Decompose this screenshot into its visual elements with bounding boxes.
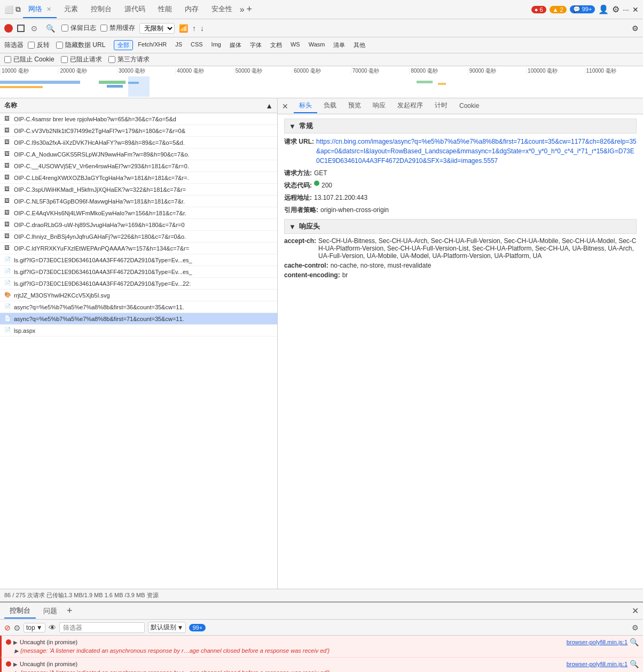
file-icon: 🖼 <box>4 139 12 146</box>
profile-icon[interactable]: 👤 <box>598 4 609 14</box>
request-item[interactable]: 🖼 OIP-C.vV3Vb2NIk1tC97I499e2TgHaFl?w=179… <box>0 125 277 137</box>
scroll-up-icon[interactable]: ▲ <box>265 101 273 110</box>
file-icon: 🖼 <box>4 115 12 123</box>
expand-error-2[interactable]: ▶ <box>13 661 18 667</box>
close-devtools-button[interactable]: ✕ <box>632 5 639 14</box>
request-item[interactable]: 🖼 OIP-C.E4AqVKHs6Nj4LWFmMkoEywHalo?w=156… <box>0 207 277 219</box>
tab-preview[interactable]: 预览 <box>343 99 366 113</box>
request-list[interactable]: 🖼 OIP-C.4samsr brer leve rpjoIwHabo?w=65… <box>0 113 277 589</box>
request-item[interactable]: 🖼 OIP-C.__4USOWVj5EV_Vr6en4rswHaEl?w=293… <box>0 160 277 172</box>
request-item[interactable]: 🖼 OIP-C.3spUWiHKMadI_H5kfmJjXQHaEK?w=322… <box>0 184 277 196</box>
type-btn-wasm[interactable]: Wasm <box>305 40 329 50</box>
type-btn-css[interactable]: CSS <box>187 40 207 50</box>
type-btn-js[interactable]: JS <box>171 40 186 50</box>
add-tab-button[interactable]: + <box>247 4 253 15</box>
search-error-1[interactable]: 🔍 <box>630 638 639 646</box>
add-console-tab[interactable]: + <box>65 605 75 616</box>
blocked-request-checkbox[interactable]: 已阻止请求 <box>61 55 102 64</box>
type-btn-manifest[interactable]: 清单 <box>330 40 349 50</box>
warning-badge: ▲ 2 <box>550 6 567 13</box>
tab-cookie[interactable]: Cookie <box>454 100 484 113</box>
request-item[interactable]: 📄 ls.gif?IG=D73E0C1E9D634610A4A3FF4672DA… <box>0 266 277 278</box>
clear-icon[interactable]: ⊙ <box>14 623 20 632</box>
network-settings-icon[interactable]: ⚙ <box>632 24 639 33</box>
file-icon: 📄 <box>4 303 12 311</box>
request-item-selected[interactable]: 📄 async?q=%e5%b7%a5%e7%a8%8b&first=71&co… <box>0 313 277 325</box>
type-btn-ws[interactable]: WS <box>287 40 304 50</box>
request-item[interactable]: 🖼 OIP-C.4samsr brer leve rpjoIwHabo?w=65… <box>0 113 277 125</box>
request-item[interactable]: 🖼 OIP-C.A_NoduwCGKS5RSLpWJN9wwHaFm?w=89&… <box>0 149 277 160</box>
tab-payload[interactable]: 负载 <box>318 99 342 113</box>
general-section-header[interactable]: ▼ 常规 <box>284 119 637 134</box>
hide-data-urls-checkbox[interactable]: 隐藏数据 URL <box>56 41 105 50</box>
more-tabs-icon[interactable]: » <box>240 5 245 14</box>
file-icon: 📄 <box>4 280 12 287</box>
request-item[interactable]: 📄 ls.gif?IG=D73E0C1E9D634610A4A3FF4672DA… <box>0 254 277 266</box>
responsive-icon[interactable]: ⧉ <box>15 5 21 14</box>
tab-performance[interactable]: 性能 <box>153 1 177 18</box>
disable-cache-checkbox[interactable]: 禁用缓存 <box>100 24 135 33</box>
request-item[interactable]: 🖼 OIP-C.NL5F3p6T4GpBO96f-MavwgHaHa?w=181… <box>0 196 277 207</box>
type-btn-img[interactable]: Img <box>208 40 225 50</box>
response-section-header[interactable]: ▼ 响应头 <box>284 219 637 234</box>
request-item[interactable]: 🖼 OIP-C.l9s30a2fxA-iiXzDVK7HcAHaFY?w=89&… <box>0 137 277 149</box>
upload-icon[interactable]: ↑ <box>192 24 196 33</box>
console-tab-issues[interactable]: 问题 <box>38 604 62 618</box>
tab-headers[interactable]: 标头 <box>294 99 317 113</box>
expand-error-1[interactable]: ▶ <box>13 639 18 645</box>
reverse-checkbox[interactable]: 反转 <box>28 41 50 50</box>
type-btn-doc[interactable]: 文档 <box>266 40 286 50</box>
expand-detail-2[interactable]: ▶ <box>14 670 19 672</box>
console-filter-input[interactable] <box>59 622 145 633</box>
download-icon[interactable]: ↓ <box>200 24 204 33</box>
close-tab-network[interactable]: ✕ <box>46 6 51 12</box>
request-item[interactable]: 📄 lsp.aspx <box>0 325 277 337</box>
more-options-icon[interactable]: ··· <box>623 5 629 14</box>
type-btn-all[interactable]: 全部 <box>114 40 133 50</box>
filter-icon[interactable]: ⊙ <box>29 23 40 34</box>
record-button[interactable] <box>4 24 13 33</box>
request-item[interactable]: 📄 async?q=%e5%b7%a5%e7%a8%8b&first=36&co… <box>0 301 277 313</box>
close-console-button[interactable]: ✕ <box>632 606 639 616</box>
tab-elements[interactable]: 元素 <box>59 1 83 18</box>
tab-initiator[interactable]: 发起程序 <box>392 99 428 113</box>
blocked-cookie-checkbox[interactable]: 已阻止 Cookie <box>4 55 54 64</box>
tab-network[interactable]: 网络 ✕ <box>23 1 57 18</box>
error-dot-2 <box>6 661 11 667</box>
tab-memory[interactable]: 内存 <box>179 1 204 18</box>
online-icon[interactable]: 📶 <box>179 24 188 33</box>
console-settings-icon[interactable]: ⚙ <box>632 623 639 632</box>
stop-icon[interactable]: ⊘ <box>4 623 11 632</box>
search-icon[interactable]: 🔍 <box>44 23 57 34</box>
throttle-select[interactable]: 无限制 <box>139 23 175 34</box>
eye-icon[interactable]: 👁 <box>49 623 56 632</box>
preserve-log-checkbox[interactable]: 保留日志 <box>61 24 96 33</box>
type-btn-other[interactable]: 其他 <box>350 40 369 50</box>
settings-icon[interactable]: ⚙ <box>612 4 620 14</box>
request-item[interactable]: 🖼 OIP-C.draoRLbG9-uW-hj89SJvugHaHa?w=169… <box>0 219 277 231</box>
request-item[interactable]: 🖼 OIP-C.ldYRRXKYuFXzlEtWEPAnPQAAAA?w=157… <box>0 243 277 254</box>
request-item[interactable]: 📄 ls.gif?IG=D73E0C1E9D634610A4A3FF4672DA… <box>0 278 277 290</box>
request-item[interactable]: 🖼 OIP-C.lhniyz_BnBSj4ynJqfruGAHaFj?w=226… <box>0 231 277 243</box>
error-link-2[interactable]: browser-polyfill.min.js:1 <box>567 661 628 667</box>
stop-button[interactable] <box>17 25 25 32</box>
request-item[interactable]: 🎨 rrjtJZ_M3OSYhwlH2KCcV5Xjb5I.svg <box>0 290 277 301</box>
third-party-checkbox[interactable]: 第三方请求 <box>108 55 150 64</box>
close-panel-button[interactable]: ✕ <box>282 102 288 111</box>
expand-detail-1[interactable]: ▶ <box>14 648 19 654</box>
top-selector[interactable]: top ▼ <box>23 623 45 632</box>
type-btn-media[interactable]: 媒体 <box>226 40 245 50</box>
tab-response[interactable]: 响应 <box>367 99 391 113</box>
tab-console[interactable]: 控制台 <box>85 1 117 18</box>
error-link-1[interactable]: browser-polyfill.min.js:1 <box>567 639 628 645</box>
tab-sources[interactable]: 源代码 <box>119 1 151 18</box>
search-error-2[interactable]: 🔍 <box>630 660 639 668</box>
type-btn-fetch[interactable]: Fetch/XHR <box>134 40 170 50</box>
level-select[interactable]: 默认级别 ▼ <box>148 622 186 633</box>
request-item[interactable]: 🖼 OIP-C.LbE4rengXWtXOZBJaGYTcgHaHa?w=181… <box>0 172 277 184</box>
tab-timing[interactable]: 计时 <box>429 99 453 113</box>
console-tab-console[interactable]: 控制台 <box>4 604 36 619</box>
device-icon[interactable]: ⬜ <box>4 5 13 14</box>
type-btn-font[interactable]: 字体 <box>246 40 265 50</box>
tab-security[interactable]: 安全性 <box>206 1 238 18</box>
